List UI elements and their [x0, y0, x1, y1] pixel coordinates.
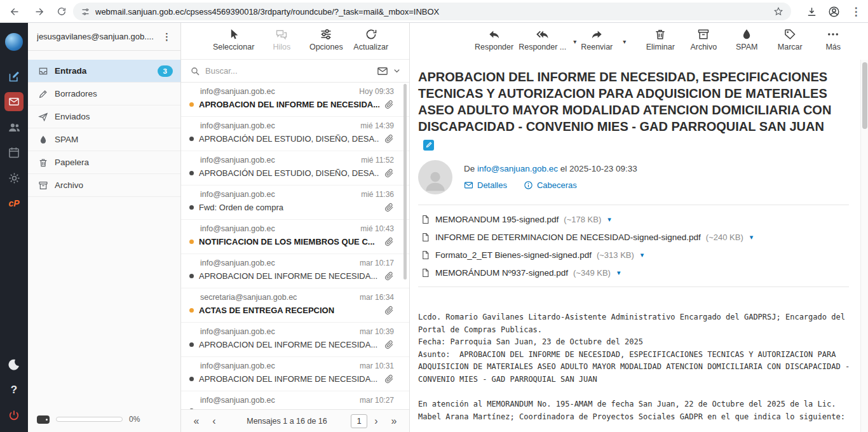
- page-number-input[interactable]: [351, 414, 367, 428]
- browser-forward-button[interactable]: [31, 3, 47, 20]
- dark-mode-moon-icon[interactable]: [0, 352, 28, 377]
- read-status-dot[interactable]: [189, 377, 194, 381]
- list-item[interactable]: info@sanjuan.gob.ec Hoy 09:33 APROBACION…: [181, 83, 409, 117]
- refresh-button[interactable]: Actualizar: [353, 28, 388, 51]
- attachment-row[interactable]: Formato_2_ET Bienes-signed-signed.pdf (~…: [418, 246, 849, 264]
- search-scope-selector[interactable]: [377, 65, 402, 77]
- contacts-icon[interactable]: [0, 114, 28, 140]
- list-item[interactable]: info@sanjuan.gob.ec mar 10:27: [181, 391, 409, 409]
- browser-back-button[interactable]: [6, 3, 23, 20]
- reply-button[interactable]: Responder: [475, 28, 513, 51]
- bookmark-star-icon[interactable]: [773, 6, 783, 17]
- first-page-button[interactable]: «: [187, 415, 205, 427]
- mail-task-icon[interactable]: [0, 89, 28, 114]
- mark-button[interactable]: Marcar: [771, 28, 809, 51]
- sender-email-link[interactable]: info@sanjuan.gob.ec: [477, 164, 558, 173]
- url-text[interactable]: webmail.sanjuan.gob.ec/cpsess4569390018/…: [95, 7, 773, 17]
- account-header[interactable]: jesusgavilanes@sanjuan.gob.... ⋮: [28, 23, 180, 51]
- attachment-name[interactable]: Formato_2_ET Bienes-signed-signed.pdf: [435, 250, 592, 260]
- list-item[interactable]: info@sanjuan.gob.ec mar 10:17 APROBACION…: [181, 254, 409, 288]
- download-icon[interactable]: [803, 3, 820, 20]
- help-icon[interactable]: ?: [0, 377, 28, 403]
- sidebar-item-archive[interactable]: Archivo: [28, 174, 180, 197]
- list-toolbar: Seleccionar Hilos Opciones Actualizar: [181, 23, 409, 60]
- list-item[interactable]: info@sanjuan.gob.ec mar 10:39 APROBACION…: [181, 323, 409, 357]
- attachment-name[interactable]: INFORME DE DETERMINACION DE NECESIDAD-si…: [435, 233, 701, 242]
- list-item[interactable]: info@sanjuan.gob.ec mié 11:52 APROBACIÓN…: [181, 151, 409, 186]
- spam-label: SPAM: [736, 43, 758, 51]
- account-menu-icon[interactable]: ⋮: [159, 31, 174, 43]
- message-date: mié 14:39: [360, 121, 394, 130]
- junk-icon: [740, 28, 753, 41]
- attachment-row[interactable]: MEMORÁNDUM Nº937-signed.pdf (~349 KB) ▾: [418, 264, 849, 281]
- more-label: Más: [825, 43, 841, 51]
- delete-button[interactable]: Eliminar: [641, 28, 679, 51]
- sidebar-item-spam[interactable]: SPAM: [28, 128, 180, 151]
- browser-profile-icon[interactable]: [825, 3, 842, 20]
- reply-all-label: Responder ...: [519, 43, 566, 51]
- message-sender: info@sanjuan.gob.ec: [200, 190, 275, 199]
- calendar-icon[interactable]: [0, 140, 28, 165]
- attachment-dropdown-icon[interactable]: ▾: [617, 269, 621, 277]
- spam-button[interactable]: SPAM: [728, 28, 766, 51]
- chevron-down-icon: [392, 66, 402, 76]
- content-scrollbar-thumb[interactable]: [862, 62, 867, 129]
- attachment-dropdown-icon[interactable]: ▾: [750, 233, 754, 241]
- compose-icon[interactable]: [0, 64, 28, 89]
- message-view: APROBACION DEL INFORME DE NECESIDAD, ESP…: [410, 60, 860, 432]
- browser-menu-icon[interactable]: ⋮: [848, 3, 864, 20]
- reply-all-dropdown-icon[interactable]: ▾: [573, 38, 576, 45]
- address-bar[interactable]: webmail.sanjuan.gob.ec/cpsess4569390018/…: [73, 3, 791, 20]
- cpanel-icon[interactable]: cP: [0, 191, 28, 216]
- message-subject: APROBACIÓN DEL ESTUDIO, DISEÑO, DESA...: [199, 134, 379, 144]
- list-item[interactable]: info@sanjuan.gob.ec mar 10:31 APROBACION…: [181, 357, 409, 391]
- browser-reload-button[interactable]: [53, 3, 70, 20]
- site-settings-icon[interactable]: [81, 7, 90, 17]
- ellipsis-icon: [827, 28, 839, 41]
- read-status-dot[interactable]: [189, 308, 194, 313]
- last-page-button[interactable]: »: [385, 415, 403, 427]
- archive-button[interactable]: Archivo: [684, 28, 722, 51]
- next-page-button[interactable]: ›: [367, 415, 385, 427]
- sidebar-item-sent[interactable]: Enviados: [28, 105, 180, 128]
- attachment-row[interactable]: MEMORANDUM 195-signed.pdf (~178 KB) ▾: [418, 210, 849, 228]
- read-status-dot[interactable]: [189, 102, 194, 107]
- details-toggle[interactable]: Detalles: [464, 180, 507, 190]
- list-item[interactable]: info@sanjuan.gob.ec mié 10:43 NOTIFICACI…: [181, 220, 409, 254]
- sent-icon: [38, 112, 48, 122]
- search-input[interactable]: [205, 66, 372, 76]
- read-status-dot[interactable]: [189, 137, 194, 141]
- attachment-name[interactable]: MEMORANDUM 195-signed.pdf: [435, 215, 559, 224]
- read-status-dot[interactable]: [189, 240, 194, 244]
- edit-draft-icon[interactable]: [423, 140, 434, 151]
- attachment-dropdown-icon[interactable]: ▾: [641, 251, 644, 259]
- attachment-row[interactable]: INFORME DE DETERMINACION DE NECESIDAD-si…: [418, 228, 849, 246]
- read-status-dot[interactable]: [189, 342, 194, 347]
- forward-dropdown-icon[interactable]: ▾: [623, 38, 626, 45]
- prev-page-button[interactable]: ‹: [205, 415, 223, 427]
- more-button[interactable]: Más: [814, 28, 852, 51]
- threads-button[interactable]: Hilos: [264, 28, 299, 51]
- attachment-size: (~313 KB): [597, 250, 634, 260]
- sidebar-item-inbox[interactable]: Entrada 3: [28, 60, 180, 83]
- read-status-dot[interactable]: [189, 274, 194, 278]
- sidebar-item-trash[interactable]: Papelera: [28, 151, 180, 174]
- sidebar-item-drafts[interactable]: Borradores: [28, 83, 180, 105]
- content-scrollbar-track[interactable]: [860, 60, 868, 432]
- attachment-dropdown-icon[interactable]: ▾: [607, 215, 611, 224]
- forward-button[interactable]: Reenviar: [578, 28, 616, 51]
- settings-gear-icon[interactable]: [0, 165, 28, 191]
- read-status-dot[interactable]: [189, 205, 194, 210]
- options-button[interactable]: Opciones: [309, 28, 343, 51]
- select-button[interactable]: Seleccionar: [213, 28, 254, 51]
- attachment-name[interactable]: MEMORÁNDUM Nº937-signed.pdf: [435, 268, 568, 278]
- logout-power-icon[interactable]: [0, 403, 28, 428]
- list-item[interactable]: info@sanjuan.gob.ec mié 11:36 Fwd: Orden…: [181, 186, 409, 220]
- list-item[interactable]: secretaria@sanjuan.gob.ec mar 16:34 ACTA…: [181, 288, 409, 323]
- read-status-dot[interactable]: [189, 171, 194, 175]
- mail-scope-icon: [377, 65, 388, 77]
- headers-toggle[interactable]: Cabeceras: [524, 180, 577, 190]
- reply-all-button[interactable]: Responder ...: [519, 28, 566, 51]
- list-scrollbar[interactable]: [403, 84, 407, 280]
- list-item[interactable]: info@sanjuan.gob.ec mié 14:39 APROBACIÓN…: [181, 117, 409, 151]
